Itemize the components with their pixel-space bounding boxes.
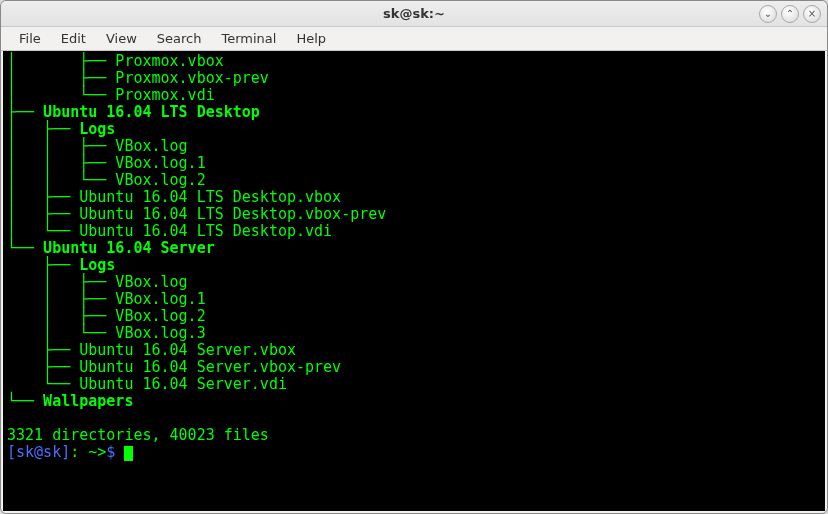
menu-file[interactable]: File [9, 29, 51, 48]
tree-summary: 3321 directories, 40023 files [7, 426, 269, 444]
tree-dir: └── Wallpapers [7, 392, 133, 410]
menu-search[interactable]: Search [147, 29, 212, 48]
tree-line: │ │ ├── VBox.log.1 [7, 154, 206, 172]
maximize-button[interactable]: ⌃ [781, 5, 799, 23]
window-controls: ⌄ ⌃ × [759, 5, 821, 23]
prompt-user: [sk@sk] [7, 443, 70, 461]
menubar: File Edit View Search Terminal Help [1, 27, 827, 51]
prompt-sep: : [70, 443, 88, 461]
tree-dir: └── Ubuntu 16.04 Server [7, 239, 215, 257]
menu-view[interactable]: View [96, 29, 147, 48]
close-icon: × [808, 8, 816, 19]
terminal-area[interactable]: │ ├── Proxmox.vbox │ ├── Proxmox.vbox-pr… [3, 51, 825, 511]
tree-line: │ ├── Proxmox.vbox [7, 52, 224, 70]
tree-line: │ ├── VBox.log [7, 273, 188, 291]
menu-edit[interactable]: Edit [51, 29, 96, 48]
menu-terminal[interactable]: Terminal [211, 29, 286, 48]
tree-line: │ ├── Ubuntu 16.04 LTS Desktop.vbox-prev [7, 205, 386, 223]
tree-dir: │ ├── Logs [7, 120, 115, 138]
tree-line: │ │ └── VBox.log.2 [7, 171, 206, 189]
titlebar: sk@sk:~ ⌄ ⌃ × [1, 1, 827, 27]
close-button[interactable]: × [803, 5, 821, 23]
tree-line: │ └── Proxmox.vdi [7, 86, 215, 104]
tree-dir: ├── Ubuntu 16.04 LTS Desktop [7, 103, 260, 121]
tree-line: ├── Ubuntu 16.04 Server.vbox-prev [7, 358, 341, 376]
tree-line: │ ├── Ubuntu 16.04 LTS Desktop.vbox [7, 188, 341, 206]
minimize-button[interactable]: ⌄ [759, 5, 777, 23]
prompt-path: ~> [88, 443, 106, 461]
tree-line: │ ├── VBox.log.2 [7, 307, 206, 325]
tree-line: │ └── Ubuntu 16.04 LTS Desktop.vdi [7, 222, 332, 240]
tree-line: │ ├── Proxmox.vbox-prev [7, 69, 269, 87]
terminal-window: sk@sk:~ ⌄ ⌃ × File Edit View Search Term… [0, 0, 828, 514]
prompt-dollar: $ [106, 443, 124, 461]
tree-dir: ├── Logs [7, 256, 115, 274]
chevron-up-icon: ⌃ [786, 8, 794, 19]
window-title: sk@sk:~ [383, 6, 445, 21]
tree-line: │ ├── VBox.log.1 [7, 290, 206, 308]
tree-line: ├── Ubuntu 16.04 Server.vbox [7, 341, 296, 359]
tree-line: │ │ ├── VBox.log [7, 137, 188, 155]
chevron-down-icon: ⌄ [764, 8, 772, 19]
menu-help[interactable]: Help [286, 29, 336, 48]
tree-line: └── Ubuntu 16.04 Server.vdi [7, 375, 287, 393]
cursor-block [124, 446, 133, 461]
tree-line: │ └── VBox.log.3 [7, 324, 206, 342]
